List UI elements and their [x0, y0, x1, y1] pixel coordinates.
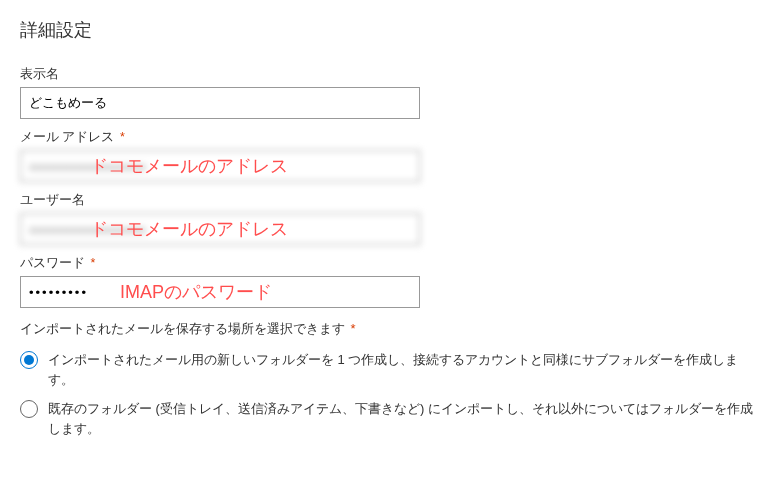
radio-option-use-existing[interactable]: 既存のフォルダー (受信トレイ、送信済みアイテム、下書きなど) にインポートし、… — [20, 399, 760, 438]
email-input[interactable] — [20, 150, 420, 182]
email-label: メール アドレス * — [20, 129, 760, 146]
radio-option-create-new[interactable]: インポートされたメール用の新しいフォルダーを 1 つ作成し、接続するアカウントと… — [20, 350, 760, 389]
username-label: ユーザー名 — [20, 192, 760, 209]
import-location-label: インポートされたメールを保存する場所を選択できます * — [20, 320, 760, 338]
display-name-input[interactable] — [20, 87, 420, 119]
radio-icon — [20, 351, 38, 369]
radio-icon — [20, 400, 38, 418]
radio-label-create-new: インポートされたメール用の新しいフォルダーを 1 つ作成し、接続するアカウントと… — [48, 350, 760, 389]
field-username: ユーザー名 ドコモメールのアドレス — [20, 192, 760, 245]
field-email: メール アドレス * ドコモメールのアドレス — [20, 129, 760, 182]
display-name-label: 表示名 — [20, 66, 760, 83]
password-input[interactable] — [20, 276, 420, 308]
page-title: 詳細設定 — [20, 18, 760, 42]
required-mark: * — [87, 256, 95, 270]
field-password: パスワード * IMAPのパスワード — [20, 255, 760, 308]
required-mark: * — [116, 130, 124, 144]
radio-label-use-existing: 既存のフォルダー (受信トレイ、送信済みアイテム、下書きなど) にインポートし、… — [48, 399, 760, 438]
radio-dot-icon — [24, 355, 34, 365]
username-input[interactable] — [20, 213, 420, 245]
required-mark: * — [347, 321, 356, 336]
field-display-name: 表示名 — [20, 66, 760, 119]
password-label: パスワード * — [20, 255, 760, 272]
